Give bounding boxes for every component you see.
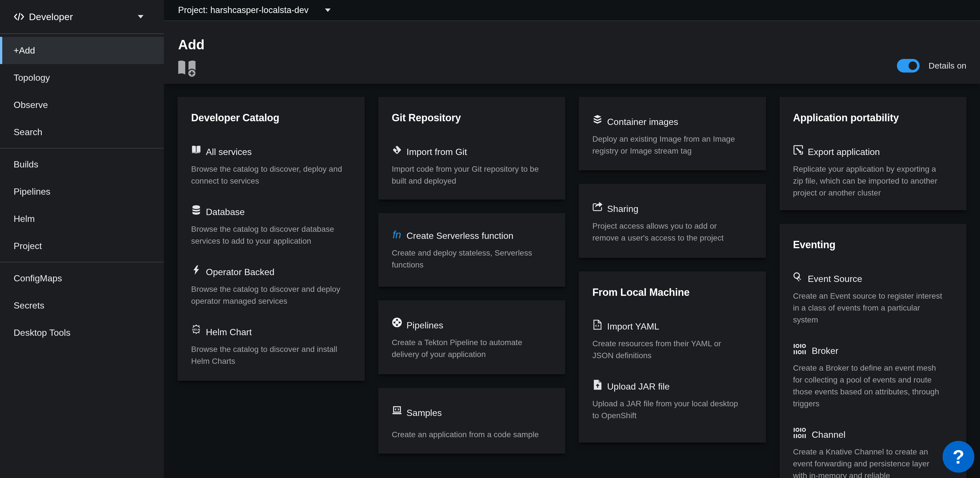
svg-text:HELM: HELM bbox=[192, 328, 200, 331]
